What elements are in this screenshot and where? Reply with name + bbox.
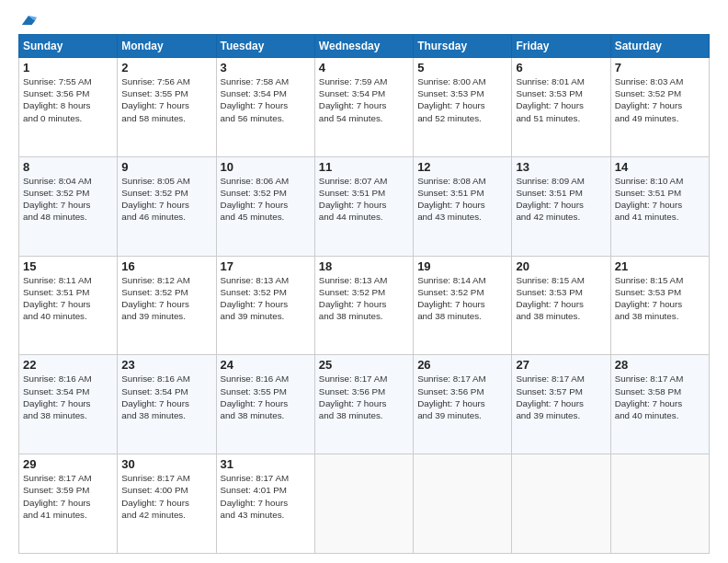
- calendar-cell: [512, 454, 610, 554]
- day-number: 12: [417, 160, 507, 174]
- weekday-header: Wednesday: [314, 35, 413, 58]
- logo-icon: [20, 14, 37, 27]
- day-info: Sunrise: 7:58 AM Sunset: 3:54 PM Dayligh…: [221, 75, 311, 124]
- calendar-cell: 13Sunrise: 8:09 AM Sunset: 3:51 PM Dayli…: [512, 156, 610, 256]
- calendar-cell: 8Sunrise: 8:04 AM Sunset: 3:52 PM Daylig…: [19, 156, 118, 256]
- day-info: Sunrise: 8:17 AM Sunset: 3:57 PM Dayligh…: [516, 373, 606, 421]
- day-info: Sunrise: 8:17 AM Sunset: 3:58 PM Dayligh…: [615, 373, 705, 421]
- day-number: 27: [516, 358, 606, 372]
- calendar-cell: 14Sunrise: 8:10 AM Sunset: 3:51 PM Dayli…: [610, 156, 709, 256]
- day-info: Sunrise: 8:03 AM Sunset: 3:52 PM Dayligh…: [615, 75, 705, 124]
- weekday-header: Saturday: [610, 35, 709, 58]
- calendar-cell: 27Sunrise: 8:17 AM Sunset: 3:57 PM Dayli…: [512, 355, 610, 454]
- calendar-cell: 19Sunrise: 8:14 AM Sunset: 3:52 PM Dayli…: [414, 256, 512, 355]
- calendar-cell: 10Sunrise: 8:06 AM Sunset: 3:52 PM Dayli…: [216, 156, 314, 256]
- day-number: 20: [516, 259, 606, 273]
- day-number: 7: [615, 61, 705, 75]
- calendar-cell: 24Sunrise: 8:16 AM Sunset: 3:55 PM Dayli…: [216, 355, 314, 454]
- calendar-cell: [414, 454, 512, 554]
- weekday-header: Monday: [118, 35, 216, 58]
- day-number: 28: [615, 358, 705, 372]
- day-number: 2: [121, 61, 211, 75]
- calendar-cell: 6Sunrise: 8:01 AM Sunset: 3:53 PM Daylig…: [512, 58, 610, 157]
- calendar-week-row: 29Sunrise: 8:17 AM Sunset: 3:59 PM Dayli…: [19, 454, 710, 554]
- day-number: 25: [319, 358, 409, 372]
- weekday-header: Thursday: [414, 35, 512, 58]
- weekday-header: Friday: [512, 35, 610, 58]
- day-number: 1: [23, 61, 113, 75]
- day-info: Sunrise: 8:17 AM Sunset: 3:56 PM Dayligh…: [319, 373, 409, 421]
- calendar-cell: 20Sunrise: 8:15 AM Sunset: 3:53 PM Dayli…: [512, 256, 610, 355]
- calendar-cell: 18Sunrise: 8:13 AM Sunset: 3:52 PM Dayli…: [314, 256, 413, 355]
- calendar-cell: 31Sunrise: 8:17 AM Sunset: 4:01 PM Dayli…: [216, 454, 314, 554]
- day-info: Sunrise: 8:15 AM Sunset: 3:53 PM Dayligh…: [516, 274, 606, 323]
- calendar-cell: 1Sunrise: 7:55 AM Sunset: 3:56 PM Daylig…: [19, 58, 118, 157]
- day-number: 5: [417, 61, 507, 75]
- day-info: Sunrise: 8:11 AM Sunset: 3:51 PM Dayligh…: [23, 274, 113, 323]
- day-number: 23: [121, 358, 211, 372]
- day-info: Sunrise: 8:16 AM Sunset: 3:54 PM Dayligh…: [121, 373, 211, 421]
- calendar-cell: [610, 454, 709, 554]
- day-number: 3: [221, 61, 311, 75]
- day-info: Sunrise: 8:16 AM Sunset: 3:55 PM Dayligh…: [221, 373, 311, 421]
- day-number: 11: [319, 160, 409, 174]
- day-info: Sunrise: 8:09 AM Sunset: 3:51 PM Dayligh…: [516, 175, 606, 224]
- logo: [18, 14, 37, 27]
- day-number: 9: [121, 160, 211, 174]
- day-number: 19: [417, 259, 507, 273]
- calendar-cell: 2Sunrise: 7:56 AM Sunset: 3:55 PM Daylig…: [118, 58, 216, 157]
- day-info: Sunrise: 8:15 AM Sunset: 3:53 PM Dayligh…: [615, 274, 705, 323]
- day-info: Sunrise: 8:10 AM Sunset: 3:51 PM Dayligh…: [615, 175, 705, 224]
- calendar-cell: 5Sunrise: 8:00 AM Sunset: 3:53 PM Daylig…: [414, 58, 512, 157]
- day-info: Sunrise: 8:14 AM Sunset: 3:52 PM Dayligh…: [417, 274, 507, 323]
- day-info: Sunrise: 8:01 AM Sunset: 3:53 PM Dayligh…: [516, 75, 606, 124]
- day-info: Sunrise: 8:08 AM Sunset: 3:51 PM Dayligh…: [417, 175, 507, 224]
- day-info: Sunrise: 8:17 AM Sunset: 4:00 PM Dayligh…: [121, 472, 211, 521]
- calendar-week-row: 22Sunrise: 8:16 AM Sunset: 3:54 PM Dayli…: [19, 355, 710, 454]
- day-info: Sunrise: 8:16 AM Sunset: 3:54 PM Dayligh…: [23, 373, 113, 421]
- day-number: 14: [615, 160, 705, 174]
- calendar-cell: 22Sunrise: 8:16 AM Sunset: 3:54 PM Dayli…: [19, 355, 118, 454]
- day-number: 24: [221, 358, 311, 372]
- day-info: Sunrise: 8:13 AM Sunset: 3:52 PM Dayligh…: [319, 274, 409, 323]
- day-number: 16: [121, 259, 211, 273]
- day-info: Sunrise: 8:12 AM Sunset: 3:52 PM Dayligh…: [121, 274, 211, 323]
- day-info: Sunrise: 8:00 AM Sunset: 3:53 PM Dayligh…: [417, 75, 507, 124]
- day-number: 15: [23, 259, 113, 273]
- calendar-cell: 21Sunrise: 8:15 AM Sunset: 3:53 PM Dayli…: [610, 256, 709, 355]
- day-number: 8: [23, 160, 113, 174]
- day-info: Sunrise: 8:17 AM Sunset: 4:01 PM Dayligh…: [221, 472, 311, 521]
- day-info: Sunrise: 7:59 AM Sunset: 3:54 PM Dayligh…: [319, 75, 409, 124]
- calendar-cell: 16Sunrise: 8:12 AM Sunset: 3:52 PM Dayli…: [118, 256, 216, 355]
- calendar-cell: 25Sunrise: 8:17 AM Sunset: 3:56 PM Dayli…: [314, 355, 413, 454]
- calendar-cell: [314, 454, 413, 554]
- weekday-header: Tuesday: [216, 35, 314, 58]
- calendar-cell: 17Sunrise: 8:13 AM Sunset: 3:52 PM Dayli…: [216, 256, 314, 355]
- day-number: 10: [221, 160, 311, 174]
- calendar-cell: 11Sunrise: 8:07 AM Sunset: 3:51 PM Dayli…: [314, 156, 413, 256]
- calendar-week-row: 8Sunrise: 8:04 AM Sunset: 3:52 PM Daylig…: [19, 156, 710, 256]
- calendar-cell: 12Sunrise: 8:08 AM Sunset: 3:51 PM Dayli…: [414, 156, 512, 256]
- calendar-cell: 3Sunrise: 7:58 AM Sunset: 3:54 PM Daylig…: [216, 58, 314, 157]
- calendar-cell: 9Sunrise: 8:05 AM Sunset: 3:52 PM Daylig…: [118, 156, 216, 256]
- calendar-cell: 7Sunrise: 8:03 AM Sunset: 3:52 PM Daylig…: [610, 58, 709, 157]
- day-info: Sunrise: 7:56 AM Sunset: 3:55 PM Dayligh…: [121, 75, 211, 124]
- day-info: Sunrise: 8:05 AM Sunset: 3:52 PM Dayligh…: [121, 175, 211, 224]
- calendar-cell: 30Sunrise: 8:17 AM Sunset: 4:00 PM Dayli…: [118, 454, 216, 554]
- calendar-table: SundayMondayTuesdayWednesdayThursdayFrid…: [18, 34, 710, 554]
- day-number: 4: [319, 61, 409, 75]
- calendar-week-row: 1Sunrise: 7:55 AM Sunset: 3:56 PM Daylig…: [19, 58, 710, 157]
- page-header: [18, 14, 710, 27]
- day-info: Sunrise: 8:04 AM Sunset: 3:52 PM Dayligh…: [23, 175, 113, 224]
- day-number: 29: [23, 457, 113, 471]
- day-info: Sunrise: 8:17 AM Sunset: 3:56 PM Dayligh…: [417, 373, 507, 421]
- calendar-cell: 15Sunrise: 8:11 AM Sunset: 3:51 PM Dayli…: [19, 256, 118, 355]
- day-number: 13: [516, 160, 606, 174]
- calendar-cell: 4Sunrise: 7:59 AM Sunset: 3:54 PM Daylig…: [314, 58, 413, 157]
- calendar-header-row: SundayMondayTuesdayWednesdayThursdayFrid…: [19, 35, 710, 58]
- day-number: 30: [121, 457, 211, 471]
- calendar-cell: 26Sunrise: 8:17 AM Sunset: 3:56 PM Dayli…: [414, 355, 512, 454]
- calendar-cell: 28Sunrise: 8:17 AM Sunset: 3:58 PM Dayli…: [610, 355, 709, 454]
- day-number: 22: [23, 358, 113, 372]
- calendar-cell: 29Sunrise: 8:17 AM Sunset: 3:59 PM Dayli…: [19, 454, 118, 554]
